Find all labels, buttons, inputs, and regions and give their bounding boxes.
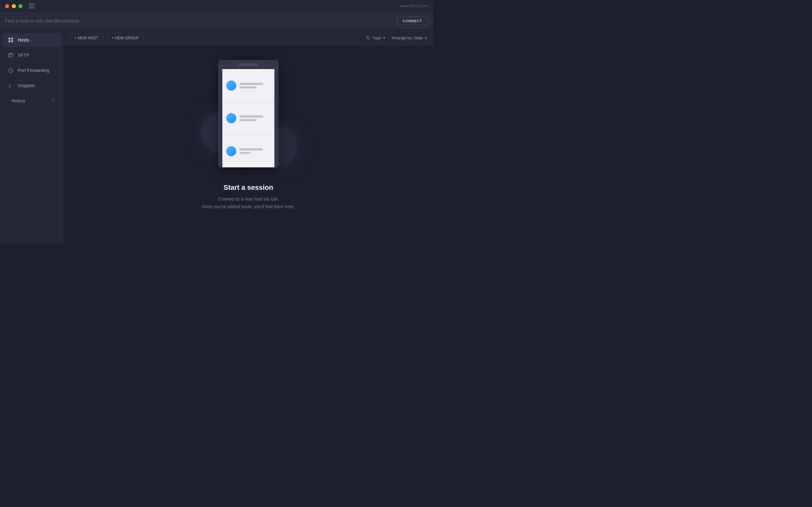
empty-state: Start a session Connect to a new host vi… <box>63 46 433 243</box>
host-dot-1 <box>226 80 236 91</box>
sidebar-item-port-forwarding[interactable]: Port Forwarding <box>3 63 61 77</box>
tags-label: Tags <box>372 36 381 40</box>
svg-rect-5 <box>9 56 11 57</box>
search-icon[interactable] <box>51 98 56 104</box>
new-group-button[interactable]: + NEW GROUP <box>107 34 144 43</box>
illustration <box>204 60 293 174</box>
svg-rect-3 <box>11 40 13 42</box>
close-button[interactable] <box>5 4 9 8</box>
hosts-icon <box>8 37 14 43</box>
server-panel-side-left <box>218 69 222 167</box>
svg-text:{}: {} <box>9 83 11 88</box>
empty-state-title: Start a session <box>223 183 273 192</box>
watermark-text: www.MacW.com <box>400 4 428 8</box>
toolbar-right: Tags ▾ Arrange by: Date ▾ <box>366 36 427 40</box>
host-dot-2 <box>226 113 236 123</box>
sftp-icon <box>8 52 14 58</box>
host-card-3 <box>222 135 274 168</box>
empty-desc-line2: Once you've added hosts, you'll find the… <box>202 204 295 209</box>
arrange-button[interactable]: Arrange by: Date ▾ <box>392 36 427 40</box>
host-line-3-2 <box>240 152 250 154</box>
sidebar-item-history[interactable]: History <box>3 94 61 107</box>
host-card-2 <box>222 102 274 135</box>
minimize-button[interactable] <box>12 4 16 8</box>
arrange-label: Arrange by: Date <box>392 36 423 40</box>
menu-icon[interactable] <box>28 3 36 9</box>
host-lines-1 <box>240 83 270 89</box>
sidebar-label-history: History <box>11 98 26 103</box>
host-lines-3 <box>240 148 270 154</box>
sidebar-item-snippets[interactable]: {} Snippets <box>3 78 61 93</box>
empty-desc-line1: Connect to a new host via ssh. <box>218 196 279 202</box>
svg-rect-4 <box>9 54 13 57</box>
empty-state-description: Connect to a new host via ssh. Once you'… <box>202 195 295 211</box>
sidebar-item-sftp[interactable]: SFTP <box>3 48 61 62</box>
history-left: History <box>8 98 26 103</box>
sidebar-label-hosts: Hosts <box>18 38 29 43</box>
sidebar: Hosts SFTP Port Forwarding <box>0 30 63 243</box>
traffic-lights <box>5 4 22 8</box>
svg-point-9 <box>51 98 55 101</box>
tags-button[interactable]: Tags ▾ <box>366 36 385 40</box>
tag-icon <box>366 36 370 40</box>
sidebar-label-snippets: Snippets <box>18 83 35 88</box>
snippets-icon: {} <box>8 82 14 89</box>
search-input[interactable] <box>5 18 393 23</box>
host-line-2-1 <box>240 115 263 118</box>
host-line-3-1 <box>240 148 263 151</box>
server-panel-top <box>218 60 278 69</box>
host-line-2-2 <box>240 119 257 121</box>
svg-point-10 <box>367 37 368 38</box>
sidebar-item-hosts[interactable]: Hosts <box>3 33 61 47</box>
sidebar-label-sftp: SFTP <box>18 53 29 58</box>
host-line-1-2 <box>240 87 257 89</box>
main-layout: Hosts SFTP Port Forwarding <box>0 30 433 243</box>
server-panel-side-right <box>274 69 278 167</box>
svg-rect-0 <box>9 38 10 40</box>
server-panel-top-bar <box>239 63 258 66</box>
host-cards <box>222 69 274 167</box>
server-panel <box>218 60 278 168</box>
svg-rect-1 <box>11 38 13 40</box>
connect-button[interactable]: CONNECT <box>397 17 428 25</box>
search-input-wrap <box>5 18 393 23</box>
svg-rect-2 <box>9 40 10 42</box>
titlebar: www.MacW.com <box>0 0 433 12</box>
host-line-1-1 <box>240 83 263 85</box>
tags-chevron-icon: ▾ <box>383 36 386 40</box>
host-dot-3 <box>226 146 236 156</box>
port-forwarding-icon <box>8 67 14 73</box>
maximize-button[interactable] <box>18 4 22 8</box>
host-lines-2 <box>240 115 270 121</box>
searchbar: CONNECT <box>0 12 433 30</box>
content-area: + NEW HOST + NEW GROUP Tags ▾ Arrange by… <box>63 30 433 243</box>
host-card-1 <box>222 69 274 102</box>
new-host-button[interactable]: + NEW HOST <box>70 34 103 43</box>
sidebar-label-port-forwarding: Port Forwarding <box>18 68 49 73</box>
arrange-chevron-icon: ▾ <box>425 36 427 40</box>
toolbar: + NEW HOST + NEW GROUP Tags ▾ Arrange by… <box>63 30 433 46</box>
